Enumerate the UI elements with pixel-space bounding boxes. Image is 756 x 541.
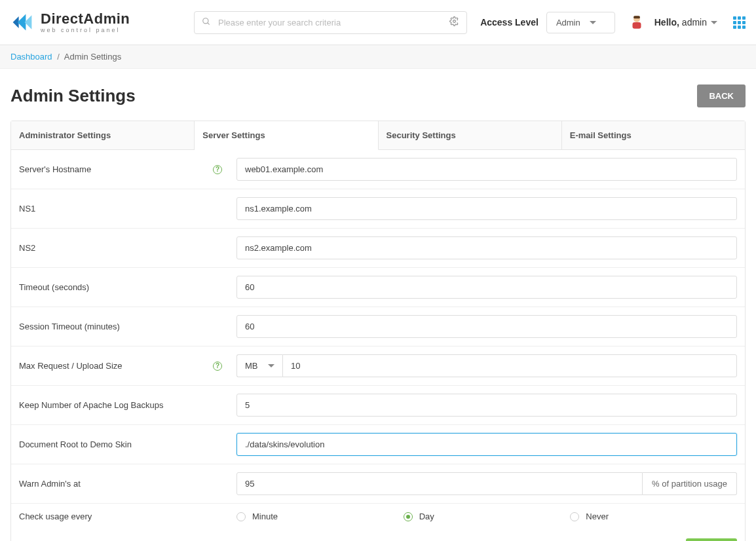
tab-security-settings[interactable]: Security Settings (379, 121, 562, 150)
brand-tagline: web control panel (41, 28, 130, 33)
search-icon (202, 17, 211, 28)
row-hostname: Server's Hostname ? (11, 150, 745, 189)
row-ns1: NS1 (11, 189, 745, 229)
access-level-select[interactable]: Admin (546, 12, 615, 33)
chevron-down-icon (711, 21, 717, 24)
page-title: Admin Settings (10, 86, 136, 106)
breadcrumb-root[interactable]: Dashboard (10, 52, 52, 62)
tabs-row: Administrator Settings Server Settings S… (11, 121, 745, 150)
breadcrumb-separator: / (57, 52, 60, 62)
user-menu-wrap: Hello, admin (628, 14, 746, 31)
label-session-timeout: Session Timeout (minutes) (19, 322, 120, 331)
row-apache-backups: Keep Number of Apache Log Backups (11, 386, 745, 425)
radio-minute[interactable]: Minute (236, 512, 404, 521)
top-header: DirectAdmin web control panel Access Lev… (0, 0, 756, 45)
tab-email-settings[interactable]: E-mail Settings (562, 121, 745, 150)
input-hostname[interactable] (236, 158, 737, 181)
greeting-name: admin (682, 17, 707, 28)
svg-line-4 (208, 22, 210, 24)
brand-name-rest: Admin (83, 10, 130, 27)
brand-name-strong: Direct (41, 10, 83, 27)
row-max-request: Max Request / Upload Size ? MB (11, 346, 745, 386)
unit-value: MB (245, 361, 258, 371)
input-warn-admins[interactable] (236, 472, 643, 495)
row-ns2: NS2 (11, 229, 745, 268)
row-docroot: Document Root to Demo Skin (11, 425, 745, 464)
label-timeout: Timeout (seconds) (19, 282, 89, 292)
breadcrumb-current: Admin Settings (64, 52, 121, 62)
input-ns1[interactable] (236, 197, 737, 220)
input-ns2[interactable] (236, 236, 737, 259)
save-button[interactable]: SAVE (686, 538, 737, 541)
svg-point-5 (453, 20, 456, 23)
chevron-down-icon (268, 364, 274, 367)
radio-day-label: Day (419, 512, 434, 521)
input-session-timeout[interactable] (236, 315, 737, 338)
brand-logo[interactable]: DirectAdmin web control panel (10, 10, 181, 34)
unit-select[interactable]: MB (236, 354, 282, 377)
app-grid-icon[interactable] (733, 16, 746, 29)
breadcrumb: Dashboard / Admin Settings (0, 45, 756, 69)
radio-never[interactable]: Never (570, 512, 737, 521)
row-timeout: Timeout (seconds) (11, 268, 745, 307)
settings-panel: Administrator Settings Server Settings S… (10, 121, 746, 541)
directadmin-logo-icon (10, 10, 34, 34)
search-container (194, 11, 467, 34)
svg-point-3 (203, 18, 208, 23)
brand-text: DirectAdmin web control panel (41, 12, 130, 33)
label-ns2: NS2 (19, 243, 35, 253)
svg-rect-7 (632, 22, 641, 29)
label-max-request: Max Request / Upload Size (19, 361, 123, 371)
tab-administrator-settings[interactable]: Administrator Settings (11, 121, 195, 150)
access-level-label: Access Level (480, 17, 539, 28)
access-level-wrap: Access Level Admin (480, 12, 615, 33)
title-row: Admin Settings BACK (0, 69, 756, 121)
avatar-icon (628, 14, 645, 31)
svg-marker-1 (18, 14, 26, 30)
search-input[interactable] (194, 11, 467, 34)
label-docroot: Document Root to Demo Skin (19, 439, 132, 449)
svg-rect-8 (633, 16, 640, 18)
greeting-prefix: Hello, (654, 17, 679, 28)
row-check-usage: Check usage every Minute Day Never (11, 504, 745, 529)
help-icon[interactable]: ? (213, 165, 222, 174)
save-row: SAVE (11, 529, 745, 541)
radio-minute-label: Minute (252, 512, 278, 521)
input-docroot[interactable] (236, 433, 737, 456)
help-icon[interactable]: ? (213, 362, 222, 371)
chevron-down-icon (590, 21, 596, 24)
radio-day[interactable]: Day (404, 512, 571, 521)
user-greeting[interactable]: Hello, admin (654, 17, 717, 28)
row-warn-admins: Warn Admin's at % of partition usage (11, 464, 745, 504)
input-timeout[interactable] (236, 276, 737, 299)
access-level-value: Admin (556, 18, 580, 28)
row-session-timeout: Session Timeout (minutes) (11, 307, 745, 346)
warn-admins-suffix: % of partition usage (643, 472, 737, 495)
tab-server-settings[interactable]: Server Settings (195, 121, 378, 150)
label-apache-backups: Keep Number of Apache Log Backups (19, 400, 163, 410)
gear-icon[interactable] (449, 16, 459, 28)
back-button[interactable]: BACK (697, 84, 746, 107)
label-ns1: NS1 (19, 204, 35, 214)
form-body: Server's Hostname ? NS1 NS2 Timeout (sec… (11, 150, 745, 541)
input-apache-backups[interactable] (236, 394, 737, 417)
input-max-request[interactable] (282, 354, 737, 377)
radio-group-check-usage: Minute Day Never (236, 512, 737, 521)
radio-never-label: Never (586, 512, 609, 521)
label-check-usage: Check usage every (19, 512, 92, 521)
label-hostname: Server's Hostname (19, 164, 91, 174)
label-warn-admins: Warn Admin's at (19, 479, 81, 489)
